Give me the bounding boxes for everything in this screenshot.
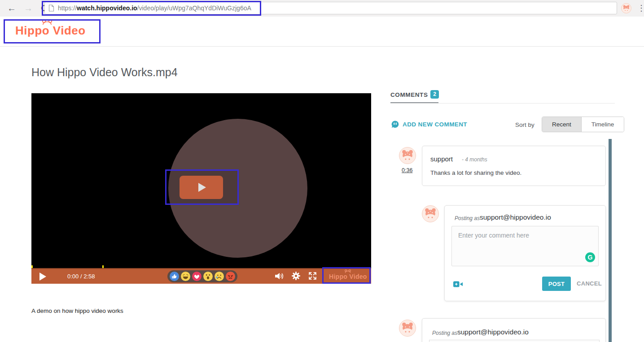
cancel-button[interactable]: CANCEL: [574, 280, 605, 287]
comment-composer: Posting as support@hippovideo.io G POST …: [444, 205, 606, 301]
comment-composer-2: Posting as support@hippovideo.io: [422, 318, 606, 342]
back-icon[interactable]: ←: [7, 0, 16, 17]
video-player[interactable]: 0:00 / 2:58 Hippo Video: [31, 93, 371, 284]
sort-recent-button[interactable]: Recent: [542, 117, 581, 132]
address-bar[interactable]: https://watch.hippovideo.io/video/play/u…: [44, 2, 617, 14]
volume-icon[interactable]: [274, 271, 285, 283]
url-text: https://watch.hippovideo.io/video/play/u…: [58, 4, 251, 12]
hippo-ears-icon: [41, 18, 53, 26]
comment-card: support - 4 months Thanks a lot for shar…: [422, 146, 606, 186]
post-button[interactable]: POST: [542, 277, 571, 291]
comment-input[interactable]: [451, 226, 599, 266]
video-title: How Hippo Video Works.mp4: [31, 66, 178, 79]
sort-button-group: Recent Timeline: [542, 117, 624, 132]
browser-menu-icon[interactable]: ⋮: [637, 0, 644, 17]
posting-as-email-2: support@hippovideo.io: [457, 328, 529, 336]
add-new-comment-label: ADD NEW COMMENT: [403, 121, 467, 128]
react-heart-button[interactable]: [192, 272, 202, 281]
comment-age: - 4 months: [462, 156, 487, 163]
react-sad-button[interactable]: [215, 272, 224, 281]
grammarly-icon[interactable]: G: [585, 252, 595, 262]
player-control-bar: 0:00 / 2:58 Hippo Video: [31, 268, 371, 284]
hippo-video-logo[interactable]: Hippo Video: [15, 24, 86, 38]
profile-hippo-avatar[interactable]: [621, 3, 631, 13]
logo-text: Hippo Video: [15, 24, 86, 37]
hippo-video-watermark[interactable]: Hippo Video: [329, 273, 367, 281]
play-icon: [198, 183, 206, 192]
comment-input-2[interactable]: [429, 340, 600, 342]
comments-divider: [390, 103, 615, 104]
comment-text: Thanks a lot for sharing the video.: [430, 169, 521, 176]
react-like-button[interactable]: [170, 272, 179, 281]
comment-author: support: [430, 155, 453, 163]
posting-as-email: support@hippovideo.io: [480, 213, 551, 221]
add-video-comment-icon[interactable]: [453, 280, 463, 290]
page-security-icon: [48, 4, 54, 12]
fullscreen-icon[interactable]: [308, 271, 317, 282]
react-angry-button[interactable]: [226, 272, 235, 281]
react-surprised-button[interactable]: [203, 272, 213, 281]
composer2-avatar: [399, 320, 416, 337]
time-display: 0:00 / 2:58: [67, 273, 95, 280]
posting-as-label-2: Posting as: [432, 330, 457, 336]
composer-avatar: [422, 205, 439, 222]
posting-as-label: Posting as: [455, 215, 480, 221]
play-overlay-button[interactable]: [180, 176, 223, 199]
watermark-ears-icon: [344, 269, 351, 273]
sort-by-label: Sort by: [515, 121, 534, 128]
forward-icon[interactable]: →: [24, 0, 33, 17]
reaction-pill: [167, 270, 237, 282]
play-button[interactable]: [39, 273, 46, 281]
comments-count-badge: 2: [430, 90, 439, 99]
video-description: A demo on how hippo video works: [31, 307, 123, 314]
react-laugh-button[interactable]: [181, 272, 190, 281]
comment-timestamp-link[interactable]: 0:36: [402, 167, 412, 173]
tab-comments[interactable]: COMMENTS: [390, 91, 428, 98]
site-header: Hippo Video: [0, 17, 644, 47]
comments-scrollbar[interactable]: [609, 139, 612, 342]
browser-toolbar: ← → ⟳ https://watch.hippovideo.io/video/…: [0, 0, 644, 17]
comment-author-avatar: [399, 147, 416, 164]
watch-page: ← → ⟳ https://watch.hippovideo.io/video/…: [0, 0, 644, 342]
add-new-comment-button[interactable]: ADD NEW COMMENT: [391, 120, 467, 129]
settings-gear-icon[interactable]: [291, 271, 301, 282]
comment-bubble-icon: [391, 120, 399, 129]
sort-timeline-button[interactable]: Timeline: [581, 117, 624, 132]
